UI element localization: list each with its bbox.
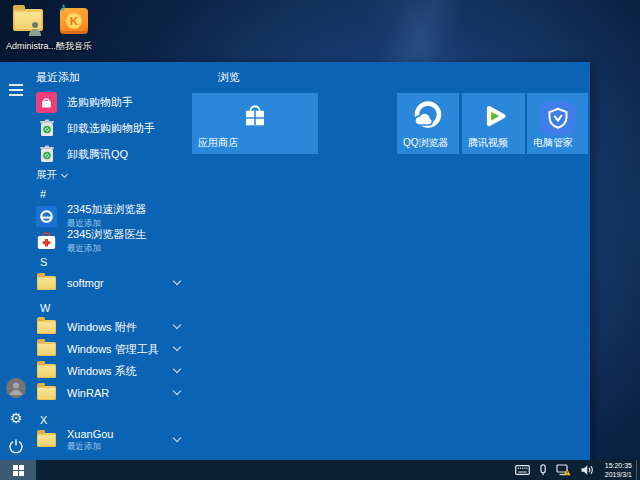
tile-pc-manager[interactable]: 电脑管家 — [527, 93, 588, 154]
tile-label: 腾讯视频 — [468, 136, 508, 150]
tile-group-label[interactable]: 浏览 — [218, 70, 240, 85]
store-icon — [240, 102, 270, 136]
folder-icon — [36, 430, 57, 451]
app-row-windows-admin-tools[interactable]: Windows 管理工具 — [36, 338, 186, 360]
uninstall-trash-icon — [36, 144, 57, 165]
gear-icon: ⚙ — [10, 411, 23, 425]
uninstall-trash-icon — [36, 118, 57, 139]
expand-button[interactable]: 展开 — [36, 168, 67, 182]
app-row-uninstall-qq[interactable]: 卸载腾讯QQ — [36, 142, 186, 166]
tile-label: 应用商店 — [198, 136, 238, 150]
chevron-down-icon — [173, 277, 181, 285]
app-row-2345-doctor[interactable]: 2345浏览器医生 最近添加 — [36, 228, 186, 254]
user-account-button[interactable] — [6, 378, 26, 398]
show-desktop-button[interactable] — [636, 460, 640, 480]
tile-qq-browser[interactable]: QQ浏览器 — [397, 93, 459, 154]
app-label: 卸载腾讯QQ — [67, 147, 128, 162]
desktop-icon-label: Administra... — [6, 41, 50, 51]
folder-icon — [36, 273, 57, 294]
volume-icon[interactable] — [580, 464, 594, 476]
desktop-icon-kuwo-music[interactable]: ♪K 酷我音乐 — [52, 6, 96, 53]
clock-date: 2019/3/1 — [596, 470, 632, 479]
app-row-2345-browser[interactable]: 2345加速浏览器 最近添加 — [36, 203, 186, 229]
tile-tencent-video[interactable]: 腾讯视频 — [462, 93, 525, 154]
app-label: Windows 附件 — [67, 320, 137, 335]
power-icon — [8, 438, 24, 454]
tile-app-store[interactable]: 应用商店 — [192, 93, 318, 154]
hamburger-menu-icon[interactable] — [9, 84, 23, 96]
network-warning-icon[interactable] — [556, 464, 571, 476]
system-tray — [515, 460, 594, 480]
desktop-icon-label: 酷我音乐 — [52, 40, 96, 53]
pc-manager-icon — [541, 102, 575, 136]
section-letter[interactable]: X — [40, 414, 47, 426]
section-letter[interactable]: S — [40, 256, 47, 268]
folder-icon — [36, 383, 57, 404]
app-label: Windows 管理工具 — [67, 342, 159, 357]
start-menu: ⚙ 最近添加 选购购物助手 — [0, 62, 590, 460]
browser-icon — [36, 206, 57, 227]
pen-input-icon[interactable] — [539, 464, 547, 476]
app-label: 2345加速浏览器 — [67, 202, 146, 217]
app-row-shopping-assistant[interactable]: 选购购物助手 — [36, 90, 186, 114]
medkit-icon — [36, 231, 57, 252]
app-label: XuanGou — [67, 428, 113, 440]
start-menu-rail: ⚙ — [0, 62, 32, 460]
shopping-bag-icon — [36, 92, 57, 113]
chevron-down-icon — [173, 434, 181, 442]
app-label: Windows 系统 — [67, 364, 137, 379]
app-sublabel: 最近添加 — [67, 243, 146, 255]
kuwo-music-icon: ♪K — [58, 8, 90, 36]
app-row-winrar[interactable]: WinRAR — [36, 382, 186, 404]
user-folder-icon — [12, 9, 44, 37]
folder-icon — [36, 339, 57, 360]
app-row-windows-system[interactable]: Windows 系统 — [36, 360, 186, 382]
tencent-video-icon — [477, 100, 511, 138]
start-button[interactable] — [0, 460, 36, 480]
chevron-down-icon — [173, 365, 181, 373]
app-label: WinRAR — [67, 387, 109, 399]
app-label: 2345浏览器医生 — [67, 227, 146, 242]
taskbar: 15:20:35 2019/3/1 — [0, 460, 640, 480]
qq-browser-icon — [410, 98, 446, 138]
app-label: softmgr — [67, 277, 104, 289]
desktop-icon-administrator[interactable]: Administra... — [6, 6, 50, 51]
touch-keyboard-icon[interactable] — [515, 465, 530, 475]
section-letter[interactable]: W — [40, 302, 50, 314]
app-row-uninstall-shopping[interactable]: 卸载选购购物助手 — [36, 116, 186, 140]
app-label: 卸载选购购物助手 — [67, 121, 155, 136]
expand-label: 展开 — [36, 168, 57, 180]
chevron-down-icon — [173, 387, 181, 395]
tile-label: 电脑管家 — [533, 136, 573, 150]
power-button[interactable] — [6, 436, 26, 456]
app-label: 选购购物助手 — [67, 95, 133, 110]
folder-icon — [36, 361, 57, 382]
recent-added-header: 最近添加 — [36, 70, 80, 85]
chevron-down-icon — [173, 343, 181, 351]
app-sublabel: 最近添加 — [67, 441, 113, 453]
taskbar-clock[interactable]: 15:20:35 2019/3/1 — [596, 461, 632, 479]
clock-time: 15:20:35 — [596, 461, 632, 470]
app-row-windows-accessories[interactable]: Windows 附件 — [36, 316, 186, 338]
settings-button[interactable]: ⚙ — [6, 408, 26, 428]
user-icon — [6, 378, 26, 398]
section-letter[interactable]: # — [40, 188, 46, 200]
tile-label: QQ浏览器 — [403, 136, 449, 150]
chevron-down-icon — [173, 321, 181, 329]
folder-icon — [36, 317, 57, 338]
windows-logo-icon — [13, 465, 24, 476]
app-row-xuangou[interactable]: XuanGou 最近添加 — [36, 427, 186, 453]
app-row-softmgr[interactable]: softmgr — [36, 271, 186, 295]
chevron-down-icon — [61, 171, 68, 178]
